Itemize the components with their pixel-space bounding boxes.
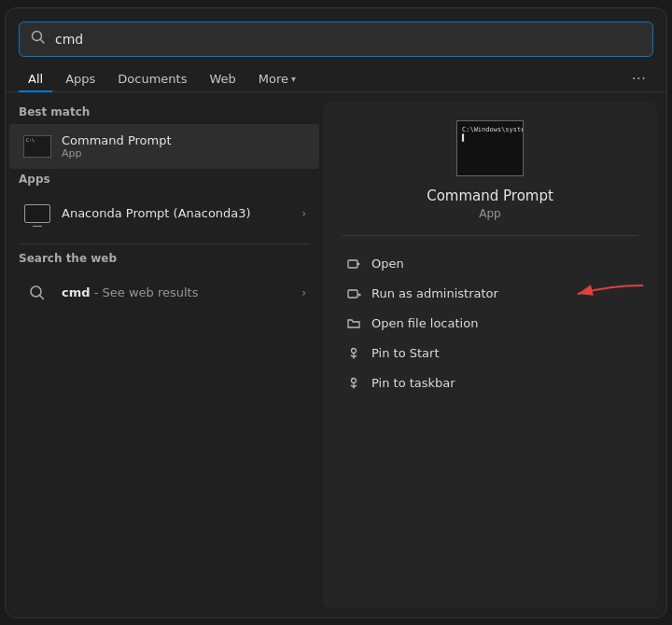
svg-point-7 (352, 348, 357, 353)
pin-start-icon (345, 345, 362, 362)
web-search-text: cmd - See web results (62, 285, 198, 299)
right-app-type: App (479, 207, 500, 220)
open-menu-item[interactable]: Open (342, 249, 638, 279)
left-panel: Best match Command Prompt App Apps (6, 92, 323, 618)
file-location-menu-item[interactable]: Open file location (342, 309, 638, 339)
svg-line-3 (40, 295, 44, 299)
search-icon (31, 30, 46, 49)
best-match-item[interactable]: Command Prompt App (9, 124, 319, 169)
svg-rect-5 (348, 290, 357, 298)
web-arrow-icon: › (301, 286, 306, 299)
arrow-right-icon: › (301, 207, 306, 220)
pin-start-label: Pin to Start (371, 346, 439, 360)
run-admin-label: Run as administrator (371, 286, 498, 300)
anaconda-title: Anaconda Prompt (Anaconda3) (62, 206, 251, 220)
cmd-large-icon: C:\Windows\system32 ▌ (456, 120, 524, 176)
file-location-label: Open file location (371, 316, 478, 330)
search-panel: cmd All Apps Documents Web More ▾ ··· Be… (5, 7, 667, 618)
divider (19, 243, 310, 244)
right-app-name: Command Prompt (427, 188, 553, 204)
web-search-query: cmd - See web results (62, 285, 198, 299)
nav-tabs: All Apps Documents Web More ▾ ··· (6, 57, 666, 92)
svg-line-1 (41, 39, 45, 43)
magnifier-icon (22, 278, 52, 308)
apps-section: Apps Anaconda Prompt (Anaconda3) › (6, 173, 323, 236)
best-match-subtitle: App (62, 147, 172, 160)
tab-documents[interactable]: Documents (108, 66, 196, 91)
tab-all[interactable]: All (19, 66, 52, 91)
anaconda-text: Anaconda Prompt (Anaconda3) (62, 206, 251, 220)
open-label: Open (371, 257, 404, 271)
monitor-icon (22, 199, 52, 229)
best-match-title: Command Prompt (62, 133, 172, 147)
pin-taskbar-label: Pin to taskbar (371, 376, 455, 390)
app-preview: C:\Windows\system32 ▌ Command Prompt App (342, 120, 638, 236)
tab-more[interactable]: More ▾ (249, 66, 305, 91)
pin-taskbar-icon (345, 375, 362, 392)
admin-icon (345, 285, 362, 302)
web-search-item[interactable]: cmd - See web results › (9, 271, 319, 315)
pin-start-menu-item[interactable]: Pin to Start (342, 339, 638, 368)
more-options-button[interactable]: ··· (624, 66, 653, 91)
web-search-label: Search the web (6, 252, 323, 271)
right-panel: C:\Windows\system32 ▌ Command Prompt App (323, 102, 657, 608)
svg-rect-4 (348, 260, 357, 268)
search-box[interactable]: cmd (19, 21, 653, 57)
pin-taskbar-menu-item[interactable]: Pin to taskbar (342, 368, 638, 398)
context-menu: Open Run as administrator (342, 249, 638, 398)
apps-label: Apps (6, 173, 323, 191)
open-icon (345, 256, 362, 272)
main-content: Best match Command Prompt App Apps (6, 92, 666, 618)
best-match-text: Command Prompt App (62, 133, 172, 160)
tab-web[interactable]: Web (200, 66, 245, 91)
best-match-section: Best match Command Prompt App (6, 105, 323, 169)
web-search-section: Search the web cmd - See web results › (6, 252, 323, 315)
tab-apps[interactable]: Apps (56, 66, 105, 91)
folder-icon (345, 315, 362, 332)
run-admin-menu-item[interactable]: Run as administrator (342, 279, 638, 309)
svg-point-8 (352, 378, 357, 382)
cmd-icon-small (22, 132, 52, 161)
chevron-down-icon: ▾ (291, 74, 296, 84)
best-match-label: Best match (6, 105, 323, 124)
red-arrow-annotation (564, 281, 648, 311)
anaconda-item[interactable]: Anaconda Prompt (Anaconda3) › (9, 191, 319, 236)
search-input[interactable]: cmd (55, 32, 641, 47)
